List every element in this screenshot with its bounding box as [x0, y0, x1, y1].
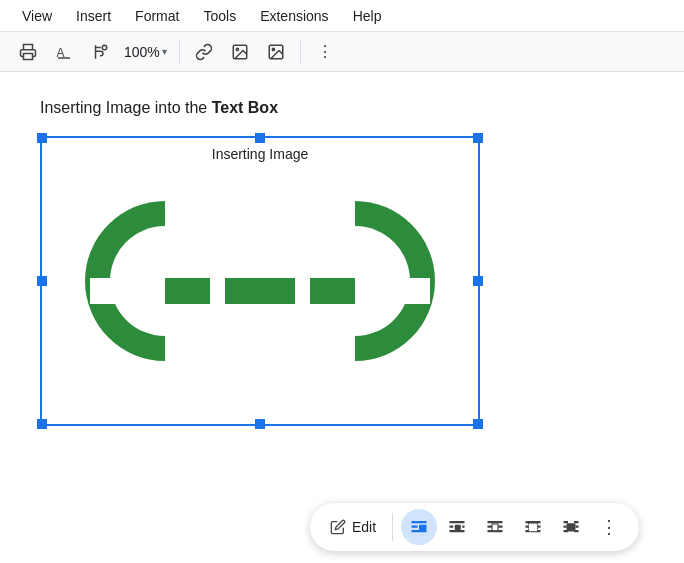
- zoom-control[interactable]: 100% ▾: [120, 44, 171, 60]
- wrap-inline-icon: [410, 518, 428, 536]
- handle-top-left[interactable]: [37, 133, 47, 143]
- svg-point-5: [272, 48, 274, 50]
- edit-button[interactable]: Edit: [322, 519, 384, 535]
- svg-rect-19: [450, 530, 465, 532]
- zoom-value: 100%: [124, 44, 160, 60]
- svg-rect-30: [564, 526, 567, 528]
- svg-rect-15: [450, 521, 465, 523]
- document-text: Inserting Image into the Text Box: [40, 96, 644, 120]
- doc-text-prefix: Inserting Image into the: [40, 99, 212, 116]
- float-toolbar-divider: [392, 513, 393, 541]
- svg-rect-16: [450, 526, 454, 528]
- menu-bar: View Insert Format Tools Extensions Help: [0, 0, 684, 32]
- float-toolbar: Edit: [310, 503, 639, 551]
- handle-top-right[interactable]: [473, 133, 483, 143]
- svg-rect-20: [488, 521, 503, 523]
- toolbar-divider-1: [179, 40, 180, 64]
- handle-middle-left[interactable]: [37, 276, 47, 286]
- textbox-wrapper[interactable]: Inserting Image: [40, 136, 480, 426]
- svg-rect-27: [529, 523, 538, 531]
- insert-drawing-button[interactable]: [224, 36, 256, 68]
- svg-rect-28: [564, 521, 569, 523]
- svg-rect-34: [567, 523, 576, 531]
- svg-rect-11: [412, 521, 427, 523]
- menu-view[interactable]: View: [12, 4, 62, 28]
- gfg-svg: [70, 181, 450, 401]
- infront-text-button[interactable]: [553, 509, 589, 545]
- wrap-text-button[interactable]: [439, 509, 475, 545]
- svg-rect-17: [455, 525, 461, 530]
- svg-rect-12: [412, 526, 418, 528]
- svg-rect-10: [225, 278, 295, 304]
- menu-tools[interactable]: Tools: [193, 4, 246, 28]
- edit-icon: [330, 519, 346, 535]
- menu-insert[interactable]: Insert: [66, 4, 121, 28]
- break-text-icon: [486, 518, 504, 536]
- infront-text-icon: [562, 518, 580, 536]
- handle-middle-right[interactable]: [473, 276, 483, 286]
- float-more-icon: ⋮: [600, 516, 618, 538]
- insert-link-button[interactable]: [188, 36, 220, 68]
- spellcheck-button[interactable]: A: [48, 36, 80, 68]
- svg-rect-7: [165, 278, 210, 304]
- handle-bottom-right[interactable]: [473, 419, 483, 429]
- edit-label: Edit: [352, 519, 376, 535]
- handle-bottom-left[interactable]: [37, 419, 47, 429]
- insert-image-button[interactable]: [260, 36, 292, 68]
- toolbar-divider-2: [300, 40, 301, 64]
- svg-rect-23: [492, 524, 498, 531]
- handle-top-center[interactable]: [255, 133, 265, 143]
- paint-format-button[interactable]: [84, 36, 116, 68]
- zoom-dropdown-icon: ▾: [162, 46, 167, 57]
- behind-text-icon: [524, 518, 542, 536]
- svg-rect-13: [412, 530, 427, 532]
- print-button[interactable]: [12, 36, 44, 68]
- more-toolbar-icon: ⋮: [317, 42, 333, 61]
- content-area: Inserting Image into the Text Box Insert…: [0, 72, 684, 563]
- wrap-text-icon: [448, 518, 466, 536]
- menu-help[interactable]: Help: [343, 4, 392, 28]
- break-text-button[interactable]: [477, 509, 513, 545]
- behind-text-button[interactable]: [515, 509, 551, 545]
- svg-rect-18: [462, 526, 464, 528]
- more-toolbar-button[interactable]: ⋮: [309, 36, 341, 68]
- menu-format[interactable]: Format: [125, 4, 189, 28]
- gfg-image: [42, 166, 478, 416]
- menu-extensions[interactable]: Extensions: [250, 4, 338, 28]
- wrap-inline-button[interactable]: [401, 509, 437, 545]
- float-toolbar-more[interactable]: ⋮: [591, 509, 627, 545]
- handle-bottom-center[interactable]: [255, 419, 265, 429]
- textbox[interactable]: Inserting Image: [40, 136, 480, 426]
- doc-text-bold: Text Box: [212, 99, 278, 116]
- svg-rect-29: [574, 521, 579, 523]
- svg-rect-0: [24, 53, 33, 59]
- svg-rect-9: [310, 278, 355, 304]
- svg-point-3: [236, 48, 238, 50]
- svg-rect-31: [576, 526, 579, 528]
- toolbar: A 100% ▾: [0, 32, 684, 72]
- svg-rect-14: [419, 525, 427, 530]
